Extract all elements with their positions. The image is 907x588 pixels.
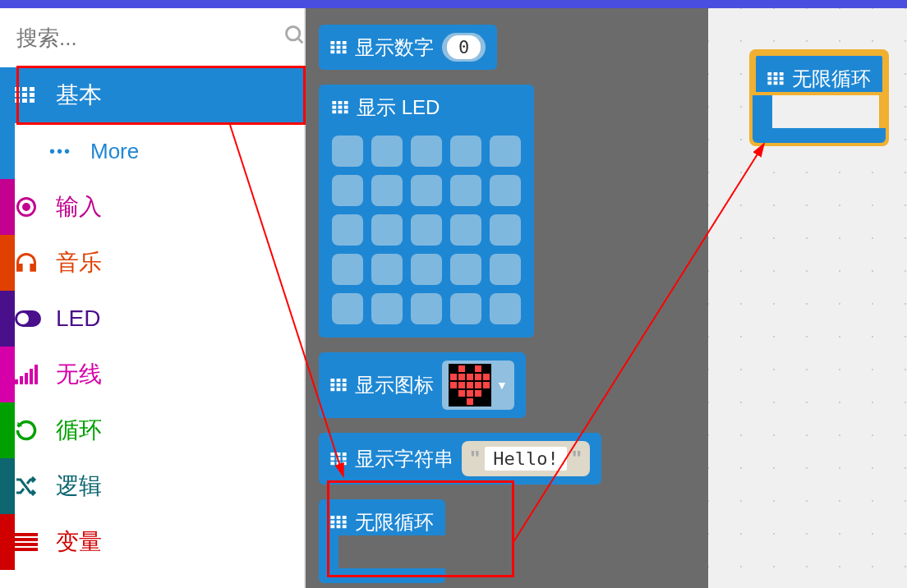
block-label: 无限循环 (355, 509, 434, 535)
led-cell[interactable] (490, 175, 521, 206)
svg-rect-55 (337, 457, 341, 460)
led-cell[interactable] (371, 293, 403, 324)
led-cell[interactable] (411, 214, 442, 246)
led-cell[interactable] (490, 214, 521, 246)
category-label: 变量 (56, 526, 304, 558)
led-cell[interactable] (450, 175, 481, 206)
grid-icon (330, 511, 347, 534)
led-cell[interactable] (450, 136, 481, 167)
svg-rect-24 (330, 41, 334, 44)
led-cell[interactable] (490, 136, 521, 167)
led-cell[interactable] (371, 214, 403, 246)
string-input[interactable]: " Hello! " (462, 441, 590, 476)
quote-open-icon: " (470, 446, 480, 471)
svg-rect-7 (30, 93, 35, 97)
category-music[interactable]: 音乐 (0, 235, 304, 291)
led-cell[interactable] (450, 254, 481, 285)
svg-rect-16 (20, 376, 23, 384)
block-show-icon[interactable]: 显示图标 ▼ (319, 352, 526, 418)
led-cell[interactable] (411, 136, 442, 167)
category-basic[interactable]: 基本 (0, 67, 304, 123)
svg-rect-49 (337, 388, 341, 391)
led-cell[interactable] (450, 214, 481, 246)
led-cell[interactable] (490, 254, 521, 285)
category-variables[interactable]: 变量 (0, 514, 304, 570)
svg-rect-53 (343, 452, 347, 456)
category-led[interactable]: LED (0, 291, 304, 347)
more-icon: ••• (49, 142, 90, 161)
workspace-canvas[interactable]: 无限循环 (708, 8, 907, 588)
svg-rect-60 (330, 516, 334, 519)
svg-rect-21 (15, 538, 38, 541)
led-cell[interactable] (332, 293, 363, 324)
canvas-block-forever[interactable]: 无限循环 (749, 49, 889, 146)
led-cell[interactable] (411, 254, 442, 285)
svg-rect-43 (337, 379, 341, 382)
svg-rect-18 (30, 369, 33, 384)
led-cell[interactable] (371, 175, 403, 206)
number-input[interactable]: 0 (442, 33, 486, 62)
svg-rect-51 (330, 452, 334, 456)
led-cell[interactable] (411, 293, 442, 324)
svg-rect-39 (332, 110, 336, 113)
led-grid[interactable] (332, 136, 521, 324)
svg-rect-8 (15, 99, 20, 103)
block-forever[interactable]: 无限循环 (319, 499, 445, 583)
svg-rect-38 (344, 106, 348, 109)
category-more[interactable]: ••• More (0, 123, 304, 179)
search-icon[interactable] (283, 24, 306, 53)
svg-point-12 (24, 204, 30, 210)
svg-rect-29 (343, 45, 347, 48)
grid-icon (767, 67, 784, 90)
color-bar (0, 347, 15, 402)
led-cell[interactable] (332, 254, 363, 285)
svg-rect-4 (30, 87, 35, 91)
grid-icon (330, 448, 347, 471)
category-label: 音乐 (56, 247, 304, 278)
category-label: 无线 (56, 359, 304, 390)
led-cell[interactable] (371, 136, 403, 167)
block-show-number[interactable]: 显示数字 0 (319, 25, 497, 70)
svg-rect-66 (330, 525, 334, 528)
number-value: 0 (447, 35, 481, 59)
led-cell[interactable] (490, 293, 521, 324)
led-cell[interactable] (332, 136, 363, 167)
svg-rect-45 (330, 384, 334, 387)
led-cell[interactable] (332, 175, 363, 206)
svg-rect-65 (343, 521, 347, 524)
led-cell[interactable] (411, 175, 442, 206)
led-cell[interactable] (450, 293, 481, 324)
heart-icon (449, 364, 491, 407)
block-label: 无限循环 (792, 66, 871, 92)
grid-icon (330, 36, 347, 59)
svg-rect-52 (337, 452, 341, 456)
category-label: 输入 (56, 191, 304, 223)
string-value: Hello! (485, 447, 566, 471)
svg-rect-30 (330, 50, 334, 53)
svg-rect-74 (780, 77, 784, 80)
svg-line-1 (298, 38, 303, 43)
svg-rect-50 (343, 388, 347, 391)
svg-rect-59 (343, 462, 347, 465)
block-palette: 显示数字 0 显示 LED 显示图 (306, 8, 708, 588)
led-cell[interactable] (332, 214, 363, 246)
category-loops[interactable]: 循环 (0, 402, 304, 458)
svg-rect-75 (767, 81, 771, 85)
svg-rect-68 (343, 525, 347, 528)
color-bar (0, 123, 15, 179)
svg-rect-22 (15, 543, 38, 546)
search-input[interactable] (16, 25, 283, 51)
svg-rect-19 (35, 365, 38, 384)
svg-rect-73 (774, 77, 778, 80)
category-radio[interactable]: 无线 (0, 347, 304, 402)
block-show-string[interactable]: 显示字符串 " Hello! " (319, 433, 601, 485)
svg-rect-48 (330, 388, 334, 391)
block-show-leds[interactable]: 显示 LED (319, 85, 534, 338)
category-input[interactable]: 输入 (0, 179, 304, 235)
svg-point-14 (17, 313, 29, 324)
icon-dropdown[interactable]: ▼ (442, 361, 514, 410)
category-logic[interactable]: 逻辑 (0, 458, 304, 514)
led-cell[interactable] (371, 254, 403, 285)
signal-icon (15, 365, 56, 384)
grid-icon (332, 96, 348, 119)
